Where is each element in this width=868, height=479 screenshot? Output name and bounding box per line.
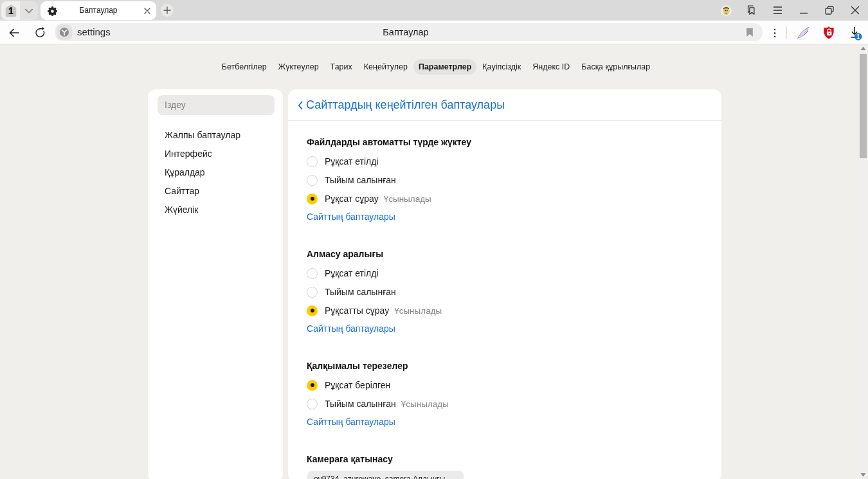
svg-text:1: 1 — [856, 33, 860, 41]
